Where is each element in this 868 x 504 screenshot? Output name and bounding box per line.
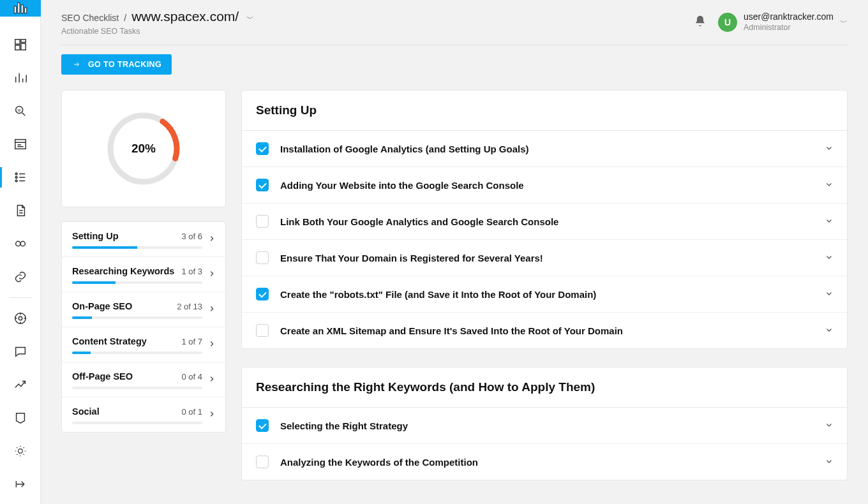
breadcrumb-domain[interactable]: www.spacex.com/ (131, 9, 239, 24)
nav-help[interactable] (0, 302, 41, 335)
breadcrumb[interactable]: SEO Checklist / www.spacex.com/ ﹀ (61, 9, 254, 24)
task-row[interactable]: Installation of Google Analytics (and Se… (242, 131, 847, 167)
page-subtitle: Actionable SEO Tasks (61, 27, 254, 36)
progress-percent: 20% (102, 107, 185, 190)
task-checkbox[interactable] (256, 419, 269, 432)
breadcrumb-separator: / (124, 13, 126, 23)
progress-gauge-card: 20% (61, 90, 226, 207)
chevron-down-icon[interactable] (825, 290, 833, 299)
task-checkbox[interactable] (256, 456, 269, 468)
svg-rect-0 (14, 6, 16, 13)
nav-chat[interactable] (0, 335, 41, 368)
chevron-down-icon[interactable] (825, 326, 833, 336)
go-to-tracking-label: GO TO TRACKING (88, 60, 161, 69)
task-row[interactable]: Create the "robots.txt" File (and Save i… (242, 276, 847, 313)
task-title: Adding Your Website into the Google Sear… (280, 180, 814, 191)
app-logo[interactable] (0, 0, 41, 17)
svg-rect-2 (21, 5, 23, 13)
svg-rect-5 (20, 40, 25, 43)
task-title: Create an XML Sitemap and Ensure It's Sa… (280, 325, 814, 336)
user-role: Administrator (744, 23, 834, 33)
svg-point-15 (20, 241, 25, 246)
task-row[interactable]: Analyzing the Keywords of the Competitio… (242, 444, 847, 480)
category-progress-bar (72, 387, 202, 389)
section-title: Setting Up (242, 91, 847, 131)
nav-dashboard[interactable] (0, 28, 41, 61)
nav-theme-toggle[interactable] (0, 434, 41, 468)
category-count: 0 of 1 (181, 407, 202, 417)
task-row[interactable]: Link Both Your Google Analytics and Goog… (242, 204, 847, 240)
chevron-right-icon (209, 374, 215, 386)
task-checkbox[interactable] (256, 324, 269, 337)
nav-separator (9, 297, 32, 298)
task-checkbox[interactable] (256, 142, 269, 155)
category-item[interactable]: Content Strategy1 of 7 (62, 327, 225, 362)
chevron-down-icon[interactable] (825, 457, 833, 467)
category-title: Content Strategy (72, 336, 147, 346)
task-title: Selecting the Right Strategy (280, 420, 814, 431)
nav-keyword-finder[interactable]: w (0, 94, 41, 128)
nav-reports[interactable] (0, 401, 41, 434)
task-checkbox[interactable] (256, 215, 269, 228)
category-item[interactable]: Social0 of 1 (62, 397, 225, 432)
category-item[interactable]: On-Page SEO2 of 13 (62, 292, 225, 327)
task-title: Analyzing the Keywords of the Competitio… (280, 457, 814, 468)
task-row[interactable]: Ensure That Your Domain is Registered fo… (242, 240, 847, 276)
svg-rect-4 (15, 40, 19, 44)
nav-rank-tracking[interactable] (0, 61, 41, 94)
category-title: Researching Keywords (72, 266, 174, 276)
chevron-down-icon[interactable] (825, 144, 833, 154)
nav-monitor[interactable] (0, 227, 41, 260)
chevron-right-icon (209, 234, 215, 246)
chevron-down-icon[interactable]: ﹀ (246, 13, 254, 24)
svg-point-12 (15, 177, 17, 179)
go-to-tracking-button[interactable]: GO TO TRACKING (61, 54, 172, 75)
task-title: Create the "robots.txt" File (and Save i… (280, 289, 814, 300)
user-email: user@ranktracker.com (744, 11, 834, 23)
task-row[interactable]: Selecting the Right Strategy (242, 408, 847, 444)
notifications-icon[interactable] (694, 15, 707, 30)
avatar: U (718, 13, 737, 32)
chevron-down-icon[interactable] (825, 181, 833, 190)
nav-backlinks[interactable] (0, 260, 41, 293)
category-title: Setting Up (72, 231, 119, 241)
task-title: Installation of Google Analytics (and Se… (280, 144, 814, 154)
user-menu[interactable]: U user@ranktracker.com Administrator ﹀ (718, 11, 848, 33)
category-progress-bar (72, 422, 202, 424)
svg-rect-1 (17, 3, 19, 13)
task-checkbox[interactable] (256, 288, 269, 300)
svg-point-18 (18, 449, 22, 454)
category-list: Setting Up3 of 6Researching Keywords1 of… (61, 221, 226, 433)
category-item[interactable]: Researching Keywords1 of 3 (62, 256, 225, 292)
chevron-right-icon (209, 269, 215, 281)
category-progress-bar (72, 281, 202, 284)
category-title: On-Page SEO (72, 301, 132, 311)
category-item[interactable]: Setting Up3 of 6 (62, 222, 225, 256)
task-title: Ensure That Your Domain is Registered fo… (280, 253, 814, 263)
category-count: 1 of 7 (181, 337, 202, 346)
chevron-down-icon[interactable] (825, 217, 833, 226)
category-count: 2 of 13 (177, 302, 202, 311)
progress-gauge: 20% (102, 107, 185, 190)
task-title: Link Both Your Google Analytics and Goog… (280, 216, 814, 227)
nav-seo-checklist[interactable] (0, 161, 41, 194)
category-item[interactable]: Off-Page SEO0 of 4 (62, 362, 225, 397)
nav-web-audit[interactable] (0, 194, 41, 227)
breadcrumb-section: SEO Checklist (61, 13, 119, 23)
topbar: SEO Checklist / www.spacex.com/ ﹀ Action… (41, 0, 868, 36)
chevron-down-icon[interactable] (825, 421, 833, 431)
nav-collapse[interactable] (0, 468, 41, 501)
nav-serp-checker[interactable] (0, 128, 41, 161)
chevron-down-icon[interactable] (825, 253, 833, 263)
task-section: Setting UpInstallation of Google Analyti… (241, 90, 848, 349)
task-checkbox[interactable] (256, 251, 269, 264)
nav-trends[interactable] (0, 368, 41, 401)
task-row[interactable]: Create an XML Sitemap and Ensure It's Sa… (242, 313, 847, 348)
task-row[interactable]: Adding Your Website into the Google Sear… (242, 167, 847, 204)
category-count: 3 of 6 (181, 232, 202, 241)
task-checkbox[interactable] (256, 179, 269, 191)
svg-point-17 (19, 316, 22, 320)
svg-point-13 (15, 180, 17, 182)
svg-rect-6 (20, 43, 25, 50)
chevron-right-icon (209, 410, 215, 421)
